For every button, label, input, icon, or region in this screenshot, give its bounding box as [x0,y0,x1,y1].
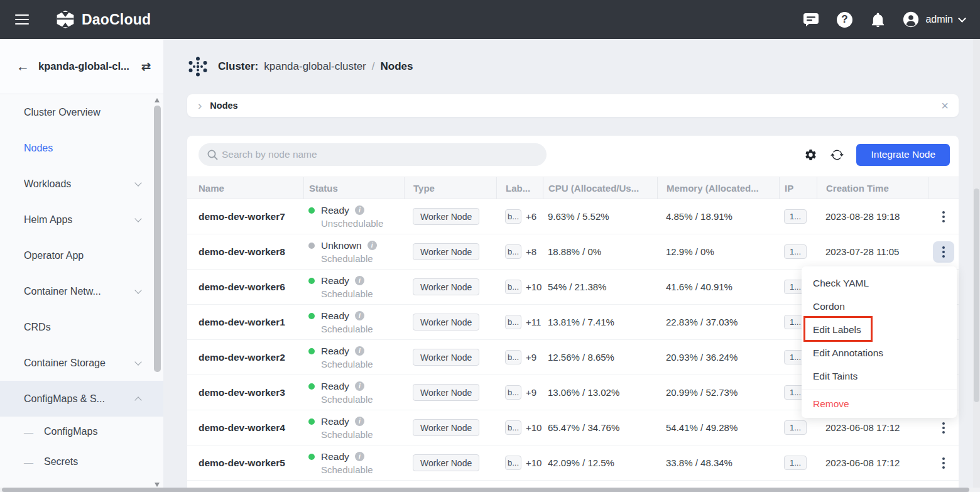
sidebar-item-crds[interactable]: CRDs [0,309,163,345]
node-name[interactable]: demo-dev-worker3 [187,375,303,410]
node-type-badge: Worker Node [413,419,479,436]
col-header-ip: IP [779,177,817,199]
menu-item-edit-labels[interactable]: Edit Labels [802,318,957,341]
row-actions-kebab-icon[interactable] [933,417,954,439]
info-icon[interactable]: i [355,417,364,426]
scrollbar-thumb[interactable] [154,106,161,372]
scroll-down-arrow[interactable] [155,483,160,487]
hamburger-menu-icon[interactable] [15,11,29,28]
info-icon[interactable]: i [355,276,364,285]
label-badge[interactable]: b... [505,420,521,435]
sidebar-item-secrets[interactable]: —Secrets [0,447,163,477]
ip-badge[interactable]: 1... [784,209,807,224]
info-icon[interactable]: i [355,381,364,391]
type-cell: Worker Node [404,410,496,445]
sidebar-item-workloads[interactable]: Workloads [0,166,163,202]
label-badge[interactable]: b... [505,244,521,259]
sidebar-item-container-network[interactable]: Container Netw... [0,273,163,309]
node-name[interactable]: demo-dev-worker4 [187,410,303,445]
sidebar-item-nodes[interactable]: Nodes [0,130,163,166]
sidebar-item-label: Helm Apps [24,214,136,226]
cpu-cell: 18.88% / 0% [543,234,657,269]
sidebar-item-helm-apps[interactable]: Helm Apps [0,202,163,238]
type-cell: Worker Node [404,446,496,480]
info-icon[interactable]: i [368,241,377,250]
info-icon[interactable]: i [355,452,364,461]
node-type-badge: Worker Node [413,243,479,260]
sidebar-item-configmaps[interactable]: —ConfigMaps [0,417,163,447]
schedulable-text: Schedulable [321,429,373,440]
label-more-count: +8 [526,246,536,257]
integrate-node-button[interactable]: Integrate Node [856,144,950,166]
ip-cell: 1... [779,234,817,269]
actions-cell [928,234,959,269]
status-text: Ready [321,346,349,357]
cpu-cell: 13.06% / 13.02% [543,375,657,410]
scrollbar-thumb[interactable] [2,488,969,492]
ip-badge[interactable]: 1... [784,456,807,470]
ip-badge[interactable]: 1... [784,244,807,259]
sidebar-item-container-storage[interactable]: Container Storage [0,345,163,381]
settings-gear-icon[interactable] [803,148,817,161]
status-text: Ready [321,451,349,462]
breadcrumb-separator: / [372,60,375,73]
label-badge[interactable]: b... [505,350,521,364]
app-window: DaoCloud ? [0,0,980,492]
menu-item-edit-annotations[interactable]: Edit Annotations [802,341,957,364]
search-input[interactable] [199,143,547,166]
info-icon[interactable]: i [355,205,364,215]
node-name[interactable]: demo-dev-worker2 [187,340,303,374]
sidebar-item-operator-app[interactable]: Operator App [0,238,163,273]
type-cell: Worker Node [404,340,496,374]
menu-item-edit-taints[interactable]: Edit Taints [802,364,957,388]
switch-cluster-icon[interactable]: ⇄ [141,60,151,74]
label-badge[interactable]: b... [505,209,521,224]
node-name[interactable]: demo-dev-worker6 [187,270,303,304]
menu-divider [802,390,957,390]
user-menu[interactable]: admin [903,11,965,28]
close-icon[interactable]: × [941,99,949,112]
node-type-badge: Worker Node [413,454,479,471]
node-name[interactable]: demo-dev-worker8 [187,234,303,269]
sidebar-item-cluster-overview[interactable]: Cluster Overview [0,94,163,130]
table-row: demo-dev-worker5 Readyi Schedulable Work… [187,446,959,481]
chat-icon[interactable] [803,11,819,28]
topbar: DaoCloud ? [0,0,980,39]
info-icon[interactable]: i [355,346,364,356]
help-icon[interactable]: ? [836,11,852,28]
menu-item-cordon[interactable]: Cordon [802,295,957,318]
ip-cell: 1... [779,199,817,234]
node-name[interactable]: demo-dev-worker7 [187,199,303,234]
question-mark-glyph: ? [837,12,852,28]
node-name[interactable]: demo-dev-worker1 [187,305,303,339]
menu-item-remove[interactable]: Remove [802,392,957,415]
vertical-scrollbar[interactable] [973,39,980,488]
row-actions-kebab-icon[interactable] [933,241,954,263]
cluster-name[interactable]: kpanda-global-cluster [264,60,366,73]
sidebar-item-configmaps-secrets[interactable]: ConfigMaps & S... [0,381,163,417]
main-area: Cluster: kpanda-global-cluster / Nodes ›… [163,39,980,492]
sidebar-scrollbar[interactable] [153,96,161,489]
row-actions-kebab-icon[interactable] [933,452,954,474]
memory-cell: 20.99% / 52.73% [657,375,779,410]
scroll-up-arrow[interactable] [155,98,160,102]
ip-badge[interactable]: 1... [784,420,807,435]
page-title: Nodes [381,60,413,73]
label-badge[interactable]: b... [505,385,521,400]
horizontal-scrollbar[interactable] [0,488,980,492]
node-name[interactable]: demo-dev-worker5 [187,446,303,480]
row-actions-kebab-icon[interactable] [933,206,954,227]
back-arrow-icon[interactable]: ← [16,60,30,73]
label-badge[interactable]: b... [505,315,521,329]
refresh-icon[interactable] [830,148,844,161]
notification-bell-icon[interactable] [869,11,886,28]
menu-item-check-yaml[interactable]: Check YAML [802,271,957,295]
label-badge[interactable]: b... [505,456,521,470]
label-more-count: +10 [526,422,542,433]
scrollbar-thumb[interactable] [974,189,979,402]
sidebar-item-label: Container Netw... [24,286,136,297]
status-cell: Readyi Schedulable [303,270,404,304]
label-badge[interactable]: b... [505,280,521,294]
labels-cell: b...+10 [496,270,543,304]
info-icon[interactable]: i [355,311,364,320]
